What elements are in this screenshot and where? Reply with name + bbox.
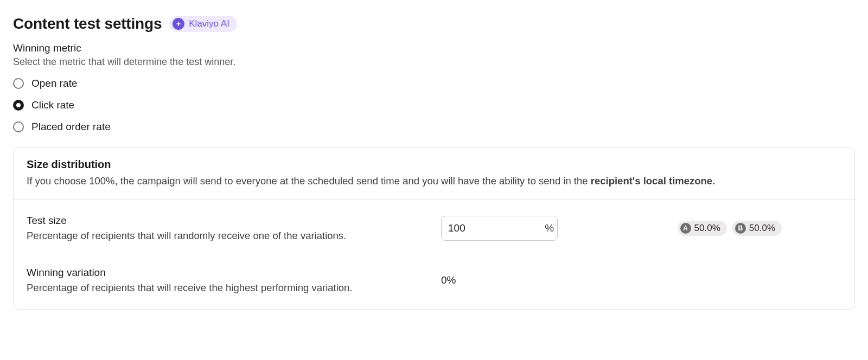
radio-icon xyxy=(13,121,24,132)
variant-a-share: 50.0% xyxy=(694,223,720,234)
winning-metric-label: Winning metric xyxy=(13,42,855,54)
klaviyo-ai-badge[interactable]: Klaviyo AI xyxy=(169,16,237,32)
percent-suffix: % xyxy=(542,216,557,240)
size-distribution-desc-bold: recipient's local timezone. xyxy=(591,175,716,187)
variant-a-pill: A 50.0% xyxy=(678,221,727,236)
radio-label: Open rate xyxy=(31,78,78,89)
winning-variation-help: Percentage of recipients that will recei… xyxy=(27,282,428,294)
test-size-input-wrap: % xyxy=(441,216,558,241)
radio-label: Placed order rate xyxy=(31,121,111,133)
ai-badge-label: Klaviyo AI xyxy=(189,18,229,29)
radio-click-rate[interactable]: Click rate xyxy=(13,99,855,111)
sparkle-icon xyxy=(173,18,184,30)
radio-placed-order-rate[interactable]: Placed order rate xyxy=(13,121,855,133)
test-size-section: Test size Percentage of recipients that … xyxy=(14,199,854,309)
radio-icon xyxy=(13,78,24,89)
winning-variation-label: Winning variation xyxy=(27,267,428,279)
test-size-label: Test size xyxy=(27,215,428,227)
size-distribution-desc-prefix: If you choose 100%, the campaign will se… xyxy=(27,175,591,187)
page-title: Content test settings xyxy=(13,15,162,33)
winning-variation-value: 0% xyxy=(441,274,456,286)
winning-metric-help: Select the metric that will determine th… xyxy=(13,56,855,68)
header-row: Content test settings Klaviyo AI xyxy=(13,15,855,33)
size-distribution-header: Size distribution If you choose 100%, th… xyxy=(14,147,854,199)
variant-letter-b: B xyxy=(735,223,746,234)
variant-b-pill: B 50.0% xyxy=(732,221,782,236)
test-size-input[interactable] xyxy=(442,216,542,240)
variant-letter-a: A xyxy=(680,223,691,234)
winning-metric-radio-group: Open rate Click rate Placed order rate xyxy=(13,78,855,133)
radio-open-rate[interactable]: Open rate xyxy=(13,78,855,89)
size-distribution-title: Size distribution xyxy=(27,158,841,171)
radio-label: Click rate xyxy=(31,99,74,111)
test-size-help: Percentage of recipients that will rando… xyxy=(27,230,428,242)
variant-b-share: 50.0% xyxy=(749,223,775,234)
radio-icon xyxy=(13,100,24,111)
size-distribution-desc: If you choose 100%, the campaign will se… xyxy=(27,174,841,188)
size-distribution-card: Size distribution If you choose 100%, th… xyxy=(13,147,855,310)
